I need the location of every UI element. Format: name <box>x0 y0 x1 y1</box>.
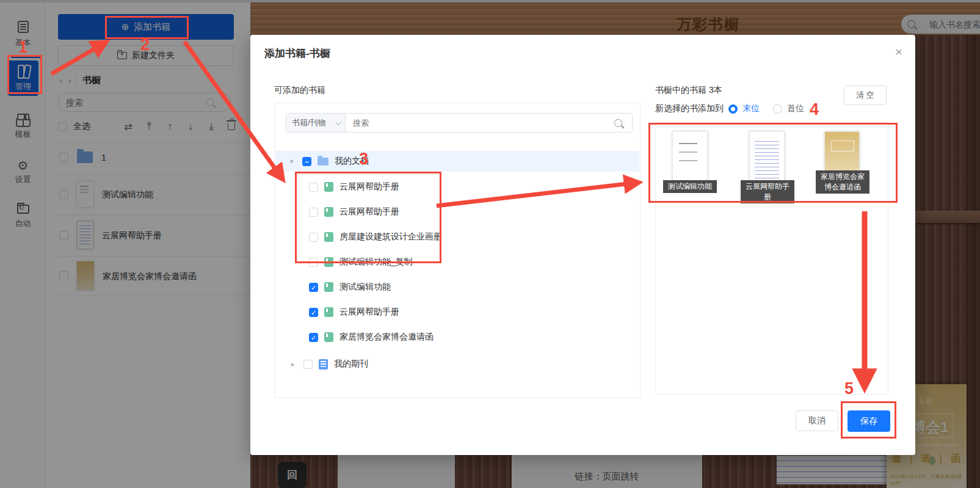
shelf-count-label: 书橱中的书籍 3本 <box>655 85 722 96</box>
book-search-input[interactable] <box>346 118 614 128</box>
annotation-step-4: 4 <box>810 100 819 119</box>
indeterminate-checkbox[interactable]: − <box>302 157 311 166</box>
radio-end[interactable] <box>728 104 738 114</box>
radio-first[interactable] <box>773 104 782 114</box>
type-dropdown[interactable]: 书籍/刊物 <box>286 114 346 132</box>
tree-book-item[interactable]: ✓ 测试编辑功能 <box>275 277 639 297</box>
search-icon[interactable] <box>614 119 622 127</box>
book-icon <box>324 282 333 292</box>
insert-position-row: 新选择的书添加到 末位 首位 <box>655 103 804 114</box>
tree-node-my-journals[interactable]: ▸ 我的期刊 <box>275 354 639 374</box>
book-icon <box>324 307 333 317</box>
item-checkbox-checked[interactable]: ✓ <box>309 308 318 317</box>
folder-icon <box>318 158 328 166</box>
journal-icon <box>319 359 328 370</box>
tree-node-my-documents[interactable]: ▾ − 我的文档 <box>275 151 639 172</box>
cancel-button[interactable]: 取消 <box>796 410 838 431</box>
dialog-title: 添加书籍-书橱 <box>264 46 330 60</box>
close-icon[interactable]: × <box>891 45 906 59</box>
tree-book-item[interactable]: ✓ 云展网帮助手册 <box>275 302 639 322</box>
tree-book-item[interactable]: ✓ 家居博览会家博会邀请函 <box>275 327 639 348</box>
filter-row: 书籍/刊物 <box>286 113 633 133</box>
annotation-step-5: 5 <box>844 379 854 398</box>
item-checkbox-checked[interactable]: ✓ <box>309 333 318 342</box>
annotation-step-1: 1 <box>18 38 27 57</box>
book-icon <box>324 332 333 342</box>
caret-down-icon[interactable]: ▾ <box>290 158 296 166</box>
clear-button[interactable]: 清 空 <box>844 86 887 105</box>
chevron-down-icon <box>335 119 341 125</box>
annotation-box-save <box>841 401 896 439</box>
available-books-label: 可添加的书籍 <box>274 85 325 96</box>
annotation-step-3: 3 <box>359 150 368 169</box>
screen: 万彩书橱 链接：页面跳转 回 五届 博会1 wanczhan expo 邀 ｜ … <box>0 0 980 488</box>
annotation-box-tree-items <box>295 172 441 263</box>
item-checkbox-checked[interactable]: ✓ <box>309 283 318 292</box>
position-label: 新选择的书添加到 <box>655 103 724 114</box>
item-checkbox[interactable] <box>303 360 313 369</box>
annotation-step-2: 2 <box>140 35 150 54</box>
annotation-box-shelf-books <box>648 123 898 203</box>
caret-right-icon[interactable]: ▸ <box>291 360 297 368</box>
annotation-box-manage <box>7 55 42 94</box>
